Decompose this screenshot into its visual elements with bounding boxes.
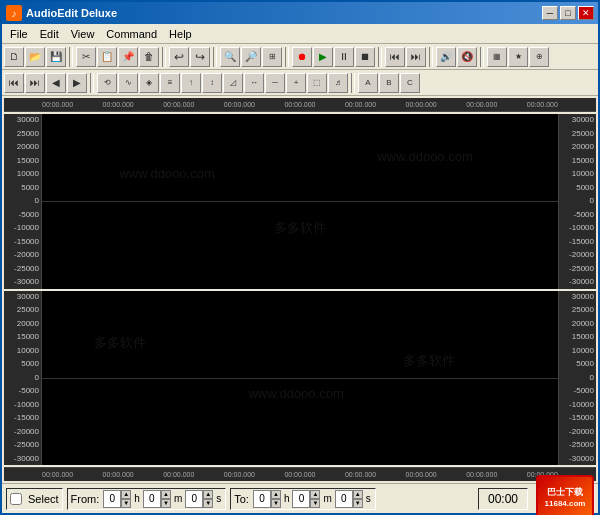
tb-play[interactable]: ▶ (313, 47, 333, 67)
to-minutes-input[interactable] (292, 490, 310, 508)
tb-open[interactable]: 📂 (25, 47, 45, 67)
watermark-2: 多多软件 (274, 219, 326, 237)
tb-zoom-out[interactable]: 🔎 (241, 47, 261, 67)
tb-save[interactable]: 💾 (46, 47, 66, 67)
menu-command[interactable]: Command (100, 26, 163, 42)
axis-val-br: 20000 (561, 320, 594, 328)
to-h-wrapper: ▲ ▼ (253, 490, 281, 508)
from-minutes-input[interactable] (143, 490, 161, 508)
axis-val-br: -25000 (561, 441, 594, 449)
watermark-5: www.ddooo.com (248, 386, 343, 401)
from-hours-spinner: ▲ ▼ (121, 490, 131, 508)
tb-cut[interactable]: ✂ (76, 47, 96, 67)
to-label: To: (234, 493, 249, 505)
select-label: Select (28, 493, 59, 505)
to-seconds-input[interactable] (335, 490, 353, 508)
tb-sep-4 (285, 47, 289, 67)
tb2-c[interactable]: C (400, 73, 420, 93)
tb2-noise[interactable]: ∿ (118, 73, 138, 93)
tb2-back[interactable]: ◀ (46, 73, 66, 93)
tb-next[interactable]: ⏭ (406, 47, 426, 67)
tb-spectrum[interactable]: ▦ (487, 47, 507, 67)
tb2-mp3[interactable]: ♬ (328, 73, 348, 93)
logo-line2: 11684.com (545, 499, 586, 509)
tb2-rewind[interactable]: ⏮ (4, 73, 24, 93)
to-minutes-up[interactable]: ▲ (310, 490, 320, 499)
from-hours-input[interactable] (103, 490, 121, 508)
waveform-canvas-top[interactable]: www.ddooo.com 多多软件 www.ddooo.com (42, 114, 558, 289)
tb-prev[interactable]: ⏮ (385, 47, 405, 67)
time-mark-b: 00:00.000 (345, 471, 376, 478)
menu-bar: File Edit View Command Help (2, 24, 598, 44)
minimize-button[interactable]: ─ (542, 6, 558, 20)
menu-file[interactable]: File (4, 26, 34, 42)
toolbar-1: 🗋 📂 💾 ✂ 📋 📌 🗑 ↩ ↪ 🔍 🔎 ⊞ ⏺ ▶ ⏸ ⏹ ⏮ ⏭ 🔊 🔇 … (2, 44, 598, 70)
tb2-sep-2 (351, 73, 355, 93)
tb2-norm[interactable]: ↕ (202, 73, 222, 93)
maximize-button[interactable]: □ (560, 6, 576, 20)
tb-new[interactable]: 🗋 (4, 47, 24, 67)
to-seconds-up[interactable]: ▲ (353, 490, 363, 499)
from-hours-up[interactable]: ▲ (121, 490, 131, 499)
tb-zoom-fit[interactable]: ⊞ (262, 47, 282, 67)
from-minutes-up[interactable]: ▲ (161, 490, 171, 499)
axis-val-br: -30000 (561, 455, 594, 463)
menu-edit[interactable]: Edit (34, 26, 65, 42)
tb2-silence[interactable]: ─ (265, 73, 285, 93)
tb-delete[interactable]: 🗑 (139, 47, 159, 67)
tb-copy[interactable]: 📋 (97, 47, 117, 67)
from-hours-down[interactable]: ▼ (121, 499, 131, 508)
tb-stop[interactable]: ⏹ (355, 47, 375, 67)
time-mark-b: 00:00.000 (163, 471, 194, 478)
axis-val-bl: -20000 (6, 428, 39, 436)
tb-sep-6 (429, 47, 433, 67)
tb-zoom-in[interactable]: 🔍 (220, 47, 240, 67)
time-mark-b: 00:00.000 (284, 471, 315, 478)
tb-undo[interactable]: ↩ (169, 47, 189, 67)
tb2-insert[interactable]: + (286, 73, 306, 93)
tb-redo[interactable]: ↪ (190, 47, 210, 67)
tb-mix[interactable]: ⊕ (529, 47, 549, 67)
from-seconds-input[interactable] (185, 490, 203, 508)
axis-val: 15000 (6, 157, 39, 165)
tb-volume[interactable]: 🔊 (436, 47, 456, 67)
to-minutes-down[interactable]: ▼ (310, 499, 320, 508)
select-checkbox[interactable] (10, 493, 22, 505)
to-hours-down[interactable]: ▼ (271, 499, 281, 508)
to-hours-up[interactable]: ▲ (271, 490, 281, 499)
menu-help[interactable]: Help (163, 26, 198, 42)
tb-record[interactable]: ⏺ (292, 47, 312, 67)
tb2-reverse[interactable]: ↔ (244, 73, 264, 93)
from-seconds-up[interactable]: ▲ (203, 490, 213, 499)
menu-view[interactable]: View (65, 26, 101, 42)
tb2-b[interactable]: B (379, 73, 399, 93)
waveform-canvas-bottom[interactable]: 多多软件 www.ddooo.com 多多软件 (42, 291, 558, 466)
tb2-amp[interactable]: ↑ (181, 73, 201, 93)
from-seconds-down[interactable]: ▼ (203, 499, 213, 508)
logo-text: 巴士下载 11684.com (545, 487, 586, 509)
time-mark-b: 00:00.000 (103, 471, 134, 478)
tb2-eq[interactable]: ≡ (160, 73, 180, 93)
tb2-fwd[interactable]: ▶ (67, 73, 87, 93)
tb-pause[interactable]: ⏸ (334, 47, 354, 67)
from-minutes-down[interactable]: ▼ (161, 499, 171, 508)
axis-val-r: 10000 (561, 170, 594, 178)
time-mark: 00:00.000 (527, 101, 558, 108)
waveform-channel-top[interactable]: 30000 25000 20000 15000 10000 5000 0 -50… (4, 114, 596, 289)
to-hours-input[interactable] (253, 490, 271, 508)
axis-val-r: 20000 (561, 143, 594, 151)
tb2-conv[interactable]: ⬚ (307, 73, 327, 93)
axis-val: 10000 (6, 170, 39, 178)
to-seconds-down[interactable]: ▼ (353, 499, 363, 508)
tb-paste[interactable]: 📌 (118, 47, 138, 67)
tb-mute[interactable]: 🔇 (457, 47, 477, 67)
tb2-a[interactable]: A (358, 73, 378, 93)
tb-effect[interactable]: ★ (508, 47, 528, 67)
waveform-channel-bottom[interactable]: 30000 25000 20000 15000 10000 5000 0 -50… (4, 291, 596, 466)
tb2-fade[interactable]: ◿ (223, 73, 243, 93)
axis-val-r: -10000 (561, 224, 594, 232)
tb2-filter[interactable]: ◈ (139, 73, 159, 93)
close-button[interactable]: ✕ (578, 6, 594, 20)
tb2-ff[interactable]: ⏭ (25, 73, 45, 93)
tb2-loop[interactable]: ⟲ (97, 73, 117, 93)
